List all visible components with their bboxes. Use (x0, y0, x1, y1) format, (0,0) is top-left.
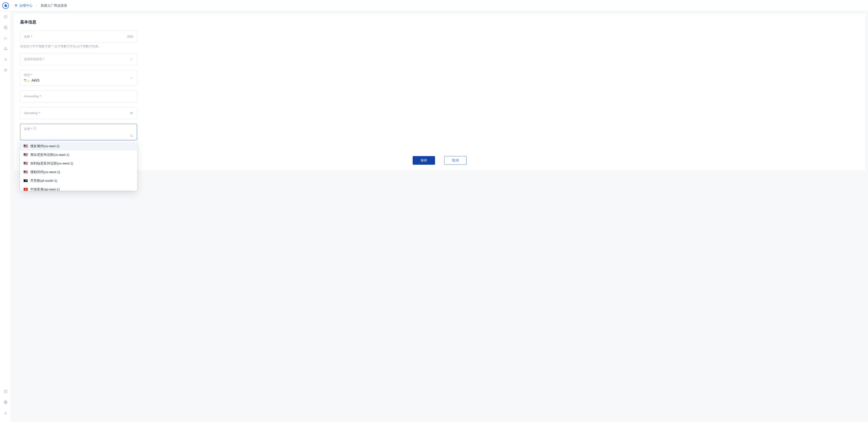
flag-icon (24, 170, 28, 173)
required-asterisk: * (31, 35, 32, 38)
region-option[interactable]: 俄亥俄州(us-east-2) (20, 142, 137, 151)
svg-point-13 (5, 69, 6, 70)
name-input[interactable]: 名称 * 0/63 (20, 31, 137, 43)
main-area: 基本信息 名称 * 0/63 仅包含小写字母数字或"-",以字母数字开头,以字母… (11, 11, 868, 422)
required-asterisk: * (39, 112, 40, 115)
region-option-label: 加利福尼亚州北部(us-west-1) (30, 161, 73, 166)
chevron-down-icon (130, 58, 133, 61)
sidebar-item-globe[interactable] (0, 400, 11, 404)
sidebar-item-integrations[interactable] (0, 47, 11, 51)
svg-point-4 (5, 17, 6, 17)
body-wrap: 基本信息 名称 * 0/63 仅包含小写字母数字或"-",以字母数字开头,以字母… (0, 11, 868, 422)
region-option-label: 俄亥俄州(us-east-2) (30, 144, 60, 149)
sidebar-item-apps[interactable] (0, 25, 11, 30)
svg-rect-7 (4, 28, 5, 29)
flag-icon (24, 179, 28, 182)
form-column: 名称 * 0/63 仅包含小写字母数字或"-",以字母数字开头,以字母数字结尾。… (20, 31, 137, 140)
region-option[interactable]: 俄勒冈州(us-west-2) (20, 168, 137, 176)
env-type-select[interactable]: 适用环境类型 * (20, 53, 137, 65)
svg-text:aws: aws (24, 79, 26, 80)
required-asterisk: * (43, 58, 44, 61)
info-icon[interactable] (33, 127, 37, 131)
region-option-label: 中国香港(ap-east-1) (30, 187, 60, 191)
name-field-wrap: 名称 * 0/63 仅包含小写字母数字或"-",以字母数字开头,以字母数字结尾。 (20, 31, 137, 48)
required-asterisk: * (31, 128, 32, 130)
region-field-wrap: 区域 * 俄亥俄州(us-east-2)弗吉尼亚州北 (20, 124, 137, 140)
access-key-label: AccessKey (24, 94, 39, 99)
name-label: 名称 (24, 34, 30, 39)
save-button[interactable]: 保存 (413, 156, 435, 165)
flag-icon (24, 188, 28, 191)
sidebar-item-download[interactable] (0, 411, 11, 415)
region-option[interactable]: 加利福尼亚州北部(us-west-1) (20, 159, 137, 168)
svg-point-12 (5, 59, 6, 60)
top-header: 运维中心 / 新建云厂商连接器 (0, 0, 868, 11)
region-label: 区域 (24, 127, 30, 131)
logo-container (0, 0, 11, 11)
region-option[interactable]: 弗吉尼亚州北部(us-east-1) (20, 151, 137, 159)
svg-rect-8 (6, 28, 7, 29)
svg-marker-0 (15, 4, 16, 5)
svg-rect-6 (6, 26, 7, 27)
form-card: 基本信息 名称 * 0/63 仅包含小写字母数字或"-",以字母数字开头,以字母… (14, 14, 865, 170)
breadcrumb-current: 新建云厂商连接器 (41, 3, 67, 8)
access-key-input[interactable]: AccessKey * (20, 90, 137, 102)
svg-point-9 (5, 47, 6, 48)
left-sidebar (0, 11, 11, 422)
chevron-down-icon (130, 76, 133, 79)
eye-off-icon[interactable] (130, 111, 133, 115)
secret-key-input[interactable]: SecretKey * (20, 107, 137, 119)
name-counter: 0/63 (127, 35, 133, 38)
svg-marker-2 (16, 6, 17, 7)
type-label: 类型 (24, 73, 30, 77)
svg-marker-1 (16, 4, 17, 5)
aws-logo-icon: aws (24, 78, 30, 82)
svg-point-21 (130, 135, 132, 136)
sidebar-item-dashboard[interactable] (0, 15, 11, 19)
breadcrumb-separator: / (36, 4, 37, 7)
breadcrumb-root-label: 运维中心 (19, 3, 33, 8)
breadcrumb: 运维中心 / 新建云厂商连接器 (14, 3, 67, 8)
region-dropdown-menu[interactable]: 俄亥俄州(us-east-2)弗吉尼亚州北部(us-east-1)加利福尼亚州北… (20, 141, 137, 191)
cancel-button[interactable]: 取消 (444, 156, 467, 165)
search-icon (130, 134, 133, 137)
region-option-label: 弗吉尼亚州北部(us-east-1) (30, 153, 69, 157)
app-logo-icon[interactable] (2, 2, 9, 9)
type-value: AWS (32, 78, 39, 83)
card-title: 基本信息 (20, 20, 859, 25)
sidebar-item-help[interactable] (0, 389, 11, 393)
env-type-label: 适用环境类型 (24, 57, 42, 62)
region-option-label: 俄勒冈州(us-west-2) (30, 170, 60, 174)
type-select[interactable]: 类型 * aws AWS (20, 70, 137, 86)
region-select[interactable]: 区域 * (20, 124, 137, 140)
name-hint: 仅包含小写字母数字或"-",以字母数字开头,以字母数字结尾。 (20, 44, 137, 48)
flag-icon (24, 162, 28, 165)
sidebar-item-settings[interactable] (0, 58, 11, 62)
svg-point-14 (6, 69, 7, 70)
svg-rect-5 (4, 26, 5, 27)
flag-icon (24, 144, 28, 148)
form-actions: 保存 取消 (20, 156, 859, 165)
region-option[interactable]: 开普敦(af-south-1) (20, 176, 137, 185)
hexagon-cluster-icon (14, 4, 18, 7)
region-option-label: 开普敦(af-south-1) (30, 178, 57, 183)
region-option[interactable]: 中国香港(ap-east-1) (20, 185, 137, 191)
required-asterisk: * (31, 74, 32, 76)
required-asterisk: * (40, 95, 41, 98)
flag-icon (24, 153, 28, 156)
secret-key-label: SecretKey (24, 111, 38, 116)
svg-point-11 (6, 49, 7, 50)
svg-point-10 (4, 49, 5, 50)
breadcrumb-root[interactable]: 运维中心 (14, 3, 33, 8)
sidebar-item-users[interactable] (0, 68, 11, 72)
sidebar-item-chart[interactable] (0, 36, 11, 40)
